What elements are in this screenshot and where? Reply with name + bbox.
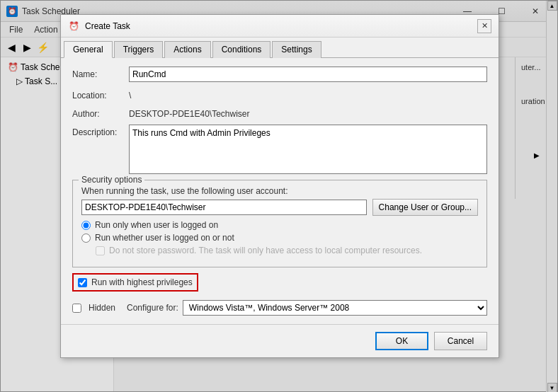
name-row: Name: bbox=[72, 67, 487, 82]
description-textarea[interactable]: This runs Cmd with Admin Privileges bbox=[129, 125, 487, 174]
author-row: Author: DESKTOP-PDE1E40\Techwiser bbox=[72, 106, 487, 119]
description-label: Description: bbox=[72, 125, 129, 137]
author-label: Author: bbox=[72, 106, 129, 119]
change-user-button[interactable]: Change User or Group... bbox=[372, 199, 478, 216]
security-section: Security options When running the task, … bbox=[72, 180, 487, 267]
description-row: Description: This runs Cmd with Admin Pr… bbox=[72, 125, 487, 174]
radio-logged-on-row: Run only when user is logged on bbox=[81, 220, 478, 230]
no-store-row: Do not store password. The task will onl… bbox=[96, 246, 478, 255]
no-store-checkbox bbox=[96, 246, 105, 255]
user-account-label: When running the task, use the following… bbox=[81, 186, 478, 196]
radio-logged-on-label[interactable]: Run only when user is logged on bbox=[95, 220, 218, 230]
dialog-close-button[interactable]: ✕ bbox=[477, 19, 491, 33]
hidden-label: Hidden bbox=[89, 303, 115, 313]
hidden-checkbox-row: Hidden bbox=[72, 303, 115, 313]
dialog-body: Name: Location: \ Author: DESKTOP-PDE1E4… bbox=[61, 58, 499, 324]
tab-triggers[interactable]: Triggers bbox=[114, 41, 164, 58]
cancel-button[interactable]: Cancel bbox=[434, 332, 487, 350]
run-highest-container: Run with highest privileges bbox=[72, 273, 487, 294]
radio-whether-label[interactable]: Run whether user is logged on or not bbox=[95, 233, 234, 243]
modal-overlay: ⏰ Create Task ✕ General Triggers Actions… bbox=[0, 0, 558, 392]
author-value: DESKTOP-PDE1E40\Techwiser bbox=[129, 106, 250, 119]
no-store-label: Do not store password. The task will onl… bbox=[109, 246, 422, 255]
dialog-titlebar: ⏰ Create Task ✕ bbox=[61, 15, 499, 38]
tab-actions-label: Actions bbox=[173, 45, 201, 54]
dialog-title: Create Task bbox=[85, 21, 477, 31]
user-account-row: Change User or Group... bbox=[81, 199, 478, 216]
run-highest-label: Run with highest privileges bbox=[91, 277, 193, 287]
dialog-buttons: OK Cancel bbox=[61, 324, 499, 357]
tab-triggers-label: Triggers bbox=[123, 45, 154, 54]
create-task-dialog: ⏰ Create Task ✕ General Triggers Actions… bbox=[60, 14, 499, 358]
radio-whether[interactable] bbox=[81, 234, 91, 243]
name-input[interactable] bbox=[129, 67, 487, 82]
location-row: Location: \ bbox=[72, 88, 487, 100]
location-label: Location: bbox=[72, 88, 129, 100]
name-label: Name: bbox=[72, 67, 129, 79]
tab-conditions[interactable]: Conditions bbox=[212, 41, 271, 58]
tab-general[interactable]: General bbox=[64, 41, 113, 58]
location-value: \ bbox=[129, 88, 131, 100]
tab-settings[interactable]: Settings bbox=[272, 41, 321, 58]
user-account-input[interactable] bbox=[81, 200, 367, 215]
tab-general-label: General bbox=[73, 45, 103, 54]
radio-whether-row: Run whether user is logged on or not bbox=[81, 233, 478, 243]
tab-bar: General Triggers Actions Conditions Sett… bbox=[61, 38, 499, 58]
security-legend: Security options bbox=[79, 175, 144, 185]
run-highest-row: Run with highest privileges bbox=[72, 273, 198, 292]
radio-logged-on[interactable] bbox=[81, 221, 91, 230]
tab-settings-label: Settings bbox=[281, 45, 312, 54]
configure-label: Configure for: bbox=[127, 303, 178, 313]
dialog-icon: ⏰ bbox=[68, 21, 79, 32]
tab-conditions-label: Conditions bbox=[222, 45, 262, 54]
hidden-checkbox[interactable] bbox=[72, 304, 81, 313]
bottom-row: Hidden Configure for: Windows Vista™, Wi… bbox=[72, 300, 487, 316]
tab-actions[interactable]: Actions bbox=[164, 41, 210, 58]
ok-button[interactable]: OK bbox=[375, 332, 428, 350]
run-highest-checkbox[interactable] bbox=[78, 278, 87, 287]
configure-select[interactable]: Windows Vista™, Windows Server™ 2008 Win… bbox=[183, 300, 487, 316]
